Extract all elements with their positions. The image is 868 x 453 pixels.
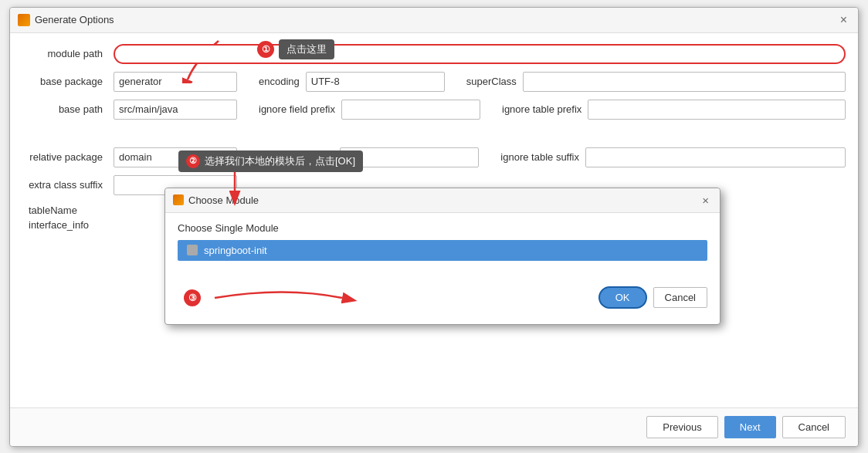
step3-circle: ③ <box>184 289 201 306</box>
module-item-icon <box>187 245 198 255</box>
ignore-table-suffix-input[interactable] <box>585 147 846 167</box>
base-path-row: base path ignore field prefix ignore tab… <box>22 100 846 120</box>
ignore-field-prefix-input[interactable] <box>341 100 480 120</box>
ignore-field-prefix-label: ignore field prefix <box>259 103 335 115</box>
title-bar-left: Generate Options <box>18 14 114 26</box>
step2-text: 选择我们本地的模块后，点击[OK] <box>205 154 355 168</box>
dialog-ok-button[interactable]: OK <box>598 286 647 309</box>
dialog-title-bar: Choose Module × <box>165 188 720 213</box>
window-title: Generate Options <box>35 14 114 25</box>
base-path-label: base path <box>22 103 107 115</box>
choose-module-dialog: Choose Module × Choose Single Module spr… <box>164 188 721 325</box>
main-window: Generate Options × ① 点击这里 module path ba… <box>9 7 859 447</box>
base-package-label: base package <box>22 76 107 87</box>
step1-bubble: 点击这里 <box>279 39 334 59</box>
title-bar: Generate Options × <box>10 8 858 33</box>
ignore-table-prefix-label: ignore table prefix <box>502 103 581 115</box>
cancel-button[interactable]: Cancel <box>782 416 846 438</box>
dialog-close-button[interactable]: × <box>699 193 712 208</box>
superclass-input[interactable] <box>523 72 846 92</box>
dialog-icon <box>173 194 184 205</box>
next-button[interactable]: Next <box>724 416 776 438</box>
module-item-label: springboot-init <box>204 245 267 256</box>
base-package-row: base package encoding superClass <box>22 72 846 92</box>
step2-circle: ② <box>186 154 200 168</box>
encoding-input[interactable] <box>306 72 445 92</box>
step1-circle: ① <box>257 41 274 58</box>
previous-button[interactable]: Previous <box>646 416 718 438</box>
base-package-input[interactable] <box>114 72 237 92</box>
module-item-springboot[interactable]: springboot-init <box>178 240 707 261</box>
form-content: ① 点击这里 module path base package encoding… <box>10 33 858 407</box>
dialog-cancel-button[interactable]: Cancel <box>653 287 707 308</box>
dialog-content: Choose Single Module springboot-init <box>165 213 720 273</box>
base-path-input[interactable] <box>114 100 237 120</box>
ignore-table-suffix-label: ignore table suffix <box>500 151 579 163</box>
module-path-row: module path <box>22 44 846 64</box>
step3-area: ③ <box>178 282 592 313</box>
superclass-label: superClass <box>466 76 517 87</box>
extra-class-suffix-label: extra class suffix <box>22 179 107 191</box>
encoding-label: encoding <box>259 76 300 87</box>
module-path-label: module path <box>22 48 107 59</box>
relative-package-label: relative package <box>22 151 107 163</box>
relative-package-row: relative package ignore field suffix ign… <box>22 147 846 167</box>
dialog-title-left: Choose Module <box>173 194 259 206</box>
arrow3-svg <box>207 282 361 313</box>
window-close-button[interactable]: × <box>837 12 850 28</box>
step1-annotation: ① 点击这里 <box>257 39 334 59</box>
dialog-section-title: Choose Single Module <box>178 222 707 234</box>
bottom-bar: Previous Next Cancel <box>10 407 858 446</box>
window-icon <box>18 14 30 26</box>
step2-annotation: ② 选择我们本地的模块后，点击[OK] <box>178 150 363 172</box>
dialog-footer: ③ OK Cancel <box>165 273 720 324</box>
dialog-title-text: Choose Module <box>188 194 259 206</box>
module-path-input[interactable] <box>114 44 846 64</box>
ignore-table-prefix-input[interactable] <box>588 100 846 120</box>
